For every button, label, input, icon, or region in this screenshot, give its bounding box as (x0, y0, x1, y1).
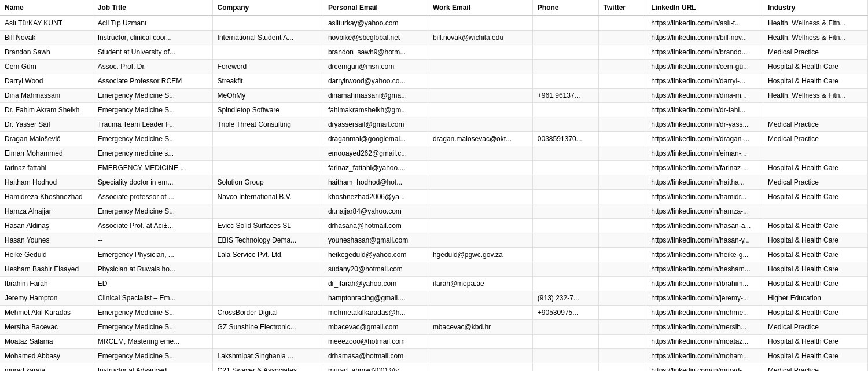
cell-company: Navco International B.V. (212, 190, 323, 204)
table-row[interactable]: Dr. Yasser SaifTrauma Team Leader F...Tr… (0, 117, 868, 132)
table-row[interactable]: Dragan MaloševićEmergency Medicine S...d… (0, 132, 868, 146)
cell-name: Hasan Aldinaş (0, 219, 93, 233)
cell-personalEmail: darrylrwood@yahoo.co... (323, 74, 428, 89)
cell-jobTitle: Physician at Ruwais ho... (93, 262, 212, 277)
table-header-row: NameJob TitleCompanyPersonal EmailWork E… (0, 0, 868, 16)
table-row[interactable]: Heike GeduldEmergency Physician, ...Lala… (0, 248, 868, 262)
cell-twitter (598, 219, 646, 233)
cell-jobTitle: Clinical Specialist – Em... (93, 291, 212, 306)
cell-company (212, 146, 323, 161)
cell-linkedinUrl: https://linkedin.com/in/bill-nov... (646, 31, 763, 45)
table-row[interactable]: Ibrahim FarahEDdr_ifarah@yahoo.comifarah… (0, 277, 868, 291)
table-row[interactable]: Hamidreza KhoshnezhadAssociate professor… (0, 190, 868, 204)
cell-company (212, 16, 323, 31)
cell-industry: Hospital & Health Care (763, 306, 867, 320)
cell-industry: Health, Wellness & Fitn... (763, 16, 867, 31)
cell-workEmail (428, 146, 532, 161)
cell-workEmail (428, 45, 532, 60)
cell-personalEmail: novbike@sbcglobal.net (323, 31, 428, 45)
cell-jobTitle: Emergency Medicine S... (93, 306, 212, 320)
table-row[interactable]: Hasan AldinaşAssociate Prof. at Acı±...E… (0, 219, 868, 233)
cell-phone (532, 74, 598, 89)
cell-workEmail (428, 60, 532, 74)
cell-twitter (598, 248, 646, 262)
cell-industry: Hospital & Health Care (763, 60, 867, 74)
cell-linkedinUrl: https://linkedin.com/in/hamidr... (646, 190, 763, 204)
cell-linkedinUrl: https://linkedin.com/in/ibrahim... (646, 277, 763, 291)
cell-linkedinUrl: https://linkedin.com/in/moataz... (646, 335, 763, 349)
cell-industry: Health, Wellness & Fitn... (763, 31, 867, 45)
table-row[interactable]: Hamza AlnajjarEmergency Medicine S...dr.… (0, 204, 868, 219)
cell-jobTitle: Acil Tıp Uzmanı (93, 16, 212, 31)
table-row[interactable]: Eiman MohammedEmergency medicine s...emo… (0, 146, 868, 161)
cell-phone (532, 16, 598, 31)
cell-industry: Hospital & Health Care (763, 248, 867, 262)
table-row[interactable]: Cem GümAssoc. Prof. Dr.Foreworddrcemgun@… (0, 60, 868, 74)
table-row[interactable]: Hesham Bashir ElsayedPhysician at Ruwais… (0, 262, 868, 277)
table-row[interactable]: Aslı TürKAY KUNTAcil Tıp Uzmanıasliturka… (0, 16, 868, 31)
column-header-twitter[interactable]: Twitter (598, 0, 646, 16)
cell-linkedinUrl: https://linkedin.com/in/hesham... (646, 262, 763, 277)
cell-company (212, 291, 323, 306)
cell-phone (532, 60, 598, 74)
cell-company (212, 262, 323, 277)
cell-linkedinUrl: https://linkedin.com/in/brando... (646, 45, 763, 60)
cell-company: Foreword (212, 60, 323, 74)
column-header-personalEmail[interactable]: Personal Email (323, 0, 428, 16)
cell-jobTitle: Emergency Medicine S... (93, 103, 212, 117)
table-row[interactable]: Mehmet Akif KaradasEmergency Medicine S.… (0, 306, 868, 320)
cell-phone (532, 335, 598, 349)
table-row[interactable]: Haitham HodhodSpeciality doctor in em...… (0, 175, 868, 190)
column-header-workEmail[interactable]: Work Email (428, 0, 532, 16)
cell-twitter (598, 349, 646, 363)
cell-name: Darryl Wood (0, 74, 93, 89)
cell-name: Eiman Mohammed (0, 146, 93, 161)
column-header-phone[interactable]: Phone (532, 0, 598, 16)
table-row[interactable]: Moataz SalamaMRCEM, Mastering eme...meee… (0, 335, 868, 349)
cell-jobTitle: Emergency Medicine S... (93, 89, 212, 103)
cell-linkedinUrl: https://linkedin.com/in/farinaz-... (646, 161, 763, 175)
cell-jobTitle: Assoc. Prof. Dr. (93, 60, 212, 74)
table-row[interactable]: murad karajaInstructor at Advanced ...C2… (0, 363, 868, 372)
column-header-company[interactable]: Company (212, 0, 323, 16)
cell-twitter (598, 262, 646, 277)
table-row[interactable]: Darryl WoodAssociate Professor RCEMStrea… (0, 74, 868, 89)
cell-name: Bill Novak (0, 31, 93, 45)
cell-linkedinUrl: https://linkedin.com/in/cem-gü... (646, 60, 763, 74)
cell-phone (532, 204, 598, 219)
cell-jobTitle: Student at University of... (93, 45, 212, 60)
cell-personalEmail: drhasana@hotmail.com (323, 219, 428, 233)
cell-personalEmail: mbacevac@gmail.com (323, 320, 428, 335)
cell-name: Heike Geduld (0, 248, 93, 262)
cell-linkedinUrl: https://linkedin.com/in/hamza-... (646, 204, 763, 219)
table-row[interactable]: Jeremy HamptonClinical Specialist – Em..… (0, 291, 868, 306)
table-row[interactable]: Mohamed AbbasyEmergency Medicine S...Lak… (0, 349, 868, 363)
table-row[interactable]: Mersiha BacevacEmergency Medicine S...GZ… (0, 320, 868, 335)
table-row[interactable]: Dina MahmassaniEmergency Medicine S...Me… (0, 89, 868, 103)
column-header-industry[interactable]: Industry (763, 0, 867, 16)
table-row[interactable]: Brandon SawhStudent at University of...b… (0, 45, 868, 60)
cell-company: Solution Group (212, 175, 323, 190)
column-header-jobTitle[interactable]: Job Title (93, 0, 212, 16)
table-row[interactable]: Bill NovakInstructor, clinical coor...In… (0, 31, 868, 45)
cell-linkedinUrl: https://linkedin.com/in/murad-... (646, 363, 763, 372)
table-row[interactable]: Hasan Younes--EBIS Technology Dema...you… (0, 233, 868, 248)
cell-jobTitle: Emergency medicine s... (93, 146, 212, 161)
cell-workEmail (428, 16, 532, 31)
cell-jobTitle: EMERGENCY MEDICINE ... (93, 161, 212, 175)
cell-workEmail: hgeduld@pgwc.gov.za (428, 248, 532, 262)
cell-twitter (598, 175, 646, 190)
cell-personalEmail: youneshasan@gmail.com (323, 233, 428, 248)
column-header-name[interactable]: Name (0, 0, 93, 16)
cell-linkedinUrl: https://linkedin.com/in/hasan-y... (646, 233, 763, 248)
cell-personalEmail: dr_ifarah@yahoo.com (323, 277, 428, 291)
cell-personalEmail: dryassersaif@gmail.com (323, 117, 428, 132)
table-row[interactable]: farinaz fattahiEMERGENCY MEDICINE ...far… (0, 161, 868, 175)
cell-phone: 0038591370... (532, 132, 598, 146)
cell-personalEmail: murad_ahmad2001@y... (323, 363, 428, 372)
table-row[interactable]: Dr. Fahim Akram SheikhEmergency Medicine… (0, 103, 868, 117)
cell-workEmail (428, 306, 532, 320)
cell-industry: Medical Practice (763, 175, 867, 190)
cell-personalEmail: khoshnezhad2006@ya... (323, 190, 428, 204)
column-header-linkedinUrl[interactable]: LinkedIn URL (646, 0, 763, 16)
